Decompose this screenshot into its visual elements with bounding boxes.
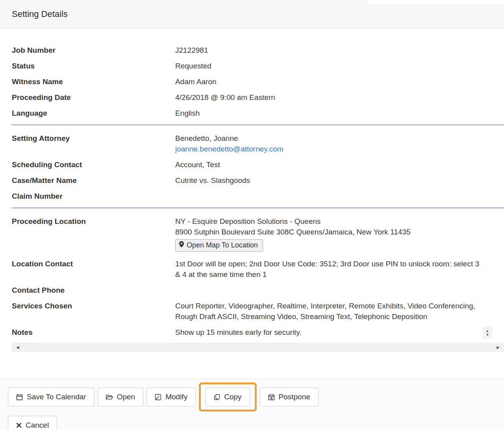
modify-button-label: Modify bbox=[165, 392, 187, 402]
field-row-setting-attorney: Setting Attorney Benedetto, Joanne joann… bbox=[12, 133, 504, 154]
section-divider-2 bbox=[12, 208, 504, 208]
proceeding-location-label: Proceeding Location bbox=[12, 216, 175, 227]
save-to-calendar-label: Save To Calendar bbox=[27, 392, 86, 402]
window-corner-strip bbox=[368, 0, 504, 4]
field-row-notes: Notes Show up 15 minutes early for secur… bbox=[12, 327, 504, 338]
claim-number-label: Claim Number bbox=[12, 191, 175, 201]
stepper-down-icon[interactable]: ▼ bbox=[486, 333, 489, 337]
field-row-scheduling-contact: Scheduling Contact Account, Test bbox=[12, 159, 504, 170]
case-matter-name-value: Cutrite vs. Slashgoods bbox=[175, 175, 250, 186]
section-divider-1 bbox=[12, 125, 504, 125]
action-footer: Save To Calendar Open Modify Copy bbox=[0, 378, 504, 430]
stepper-up-icon[interactable]: ▲ bbox=[486, 329, 489, 333]
field-row-case-matter-name: Case/Matter Name Cutrite vs. Slashgoods bbox=[12, 175, 504, 186]
status-label: Status bbox=[12, 61, 175, 71]
case-matter-name-label: Case/Matter Name bbox=[12, 175, 175, 186]
setting-attorney-email-link[interactable]: joanne.benedetto@attorney.com bbox=[175, 145, 284, 153]
field-row-witness-name: Witness Name Adam Aaron bbox=[12, 76, 504, 87]
setting-attorney-label: Setting Attorney bbox=[12, 133, 175, 144]
notes-label: Notes bbox=[12, 327, 175, 338]
field-row-job-number: Job Number J2122981 bbox=[12, 45, 504, 55]
horizontal-scrollbar[interactable]: ◄ ► bbox=[12, 343, 504, 352]
field-row-proceeding-location: Proceeding Location NY - Esquire Deposit… bbox=[12, 216, 504, 253]
location-contact-value: 1st Door will be open; 2nd Door Use Code… bbox=[175, 258, 484, 280]
calendar-x-icon bbox=[268, 394, 275, 400]
setting-attorney-name: Benedetto, Joanne bbox=[175, 133, 284, 144]
field-row-proceeding-date: Proceeding Date 4/26/2018 @ 9:00 am East… bbox=[12, 92, 504, 103]
edit-pencil-icon bbox=[155, 394, 161, 400]
language-value: English bbox=[175, 108, 200, 118]
postpone-button-label: Postpone bbox=[279, 392, 310, 402]
cancel-button-label: Cancel bbox=[26, 421, 49, 430]
close-x-icon bbox=[16, 423, 22, 428]
folder-open-icon bbox=[106, 394, 113, 400]
setting-attorney-value: Benedetto, Joanne joanne.benedetto@attor… bbox=[175, 133, 284, 154]
job-number-label: Job Number bbox=[12, 45, 175, 55]
scheduling-contact-value: Account, Test bbox=[175, 159, 220, 170]
field-row-location-contact: Location Contact 1st Door will be open; … bbox=[12, 258, 504, 280]
panel-header: Setting Details bbox=[0, 0, 504, 28]
proceeding-location-name: NY - Esquire Deposition Solutions - Quee… bbox=[175, 216, 411, 227]
field-row-status: Status Requested bbox=[12, 61, 504, 71]
copy-button-label: Copy bbox=[224, 392, 241, 402]
proceeding-location-address: 8900 Sutphin Boulevard Suite 308C Queens… bbox=[175, 227, 411, 237]
notes-value: Show up 15 minutes early for security. bbox=[175, 327, 302, 338]
field-row-services-chosen: Services Chosen Court Reporter, Videogra… bbox=[12, 301, 504, 322]
job-number-value: J2122981 bbox=[175, 45, 208, 55]
copy-button[interactable]: Copy bbox=[206, 388, 250, 406]
scheduling-contact-label: Scheduling Contact bbox=[12, 159, 175, 170]
cancel-button-row: Cancel bbox=[8, 416, 496, 430]
cancel-button[interactable]: Cancel bbox=[8, 416, 57, 430]
save-to-calendar-button[interactable]: Save To Calendar bbox=[8, 388, 94, 406]
field-row-contact-phone: Contact Phone bbox=[12, 285, 504, 295]
language-label: Language bbox=[12, 108, 175, 118]
location-contact-label: Location Contact bbox=[12, 258, 175, 269]
proceeding-date-value: 4/26/2018 @ 9:00 am Eastern bbox=[175, 92, 275, 103]
services-chosen-value: Court Reporter, Videographer, Realtime, … bbox=[175, 301, 484, 322]
field-row-language: Language English bbox=[12, 108, 504, 118]
scroll-right-arrow-icon[interactable]: ► bbox=[496, 345, 500, 350]
proceeding-date-label: Proceeding Date bbox=[12, 92, 175, 103]
open-button[interactable]: Open bbox=[98, 388, 143, 406]
copy-icon bbox=[214, 394, 220, 400]
modify-button[interactable]: Modify bbox=[146, 388, 196, 406]
open-map-button-label: Open Map To Location bbox=[187, 241, 258, 249]
contact-phone-label: Contact Phone bbox=[12, 285, 175, 295]
notes-scroll-stepper[interactable]: ▲ ▼ bbox=[483, 327, 492, 339]
status-value: Requested bbox=[175, 61, 211, 71]
services-chosen-label: Services Chosen bbox=[12, 301, 175, 311]
page-title: Setting Details bbox=[12, 9, 68, 19]
witness-name-value: Adam Aaron bbox=[175, 76, 217, 87]
map-pin-icon bbox=[179, 241, 184, 249]
postpone-button[interactable]: Postpone bbox=[260, 388, 319, 406]
open-map-button[interactable]: Open Map To Location bbox=[175, 239, 263, 252]
proceeding-location-value: NY - Esquire Deposition Solutions - Quee… bbox=[175, 216, 411, 253]
details-content: Job Number J2122981 Status Requested Wit… bbox=[0, 28, 504, 352]
action-button-row: Save To Calendar Open Modify Copy bbox=[8, 388, 496, 406]
scroll-left-arrow-icon[interactable]: ◄ bbox=[15, 345, 20, 350]
witness-name-label: Witness Name bbox=[12, 76, 175, 87]
open-button-label: Open bbox=[117, 392, 135, 402]
field-row-claim-number: Claim Number bbox=[12, 191, 504, 201]
calendar-icon bbox=[16, 394, 23, 400]
setting-details-panel: { "colors": { "link": "#3279d2", "divide… bbox=[0, 0, 504, 430]
copy-button-highlight: Copy bbox=[199, 382, 256, 412]
